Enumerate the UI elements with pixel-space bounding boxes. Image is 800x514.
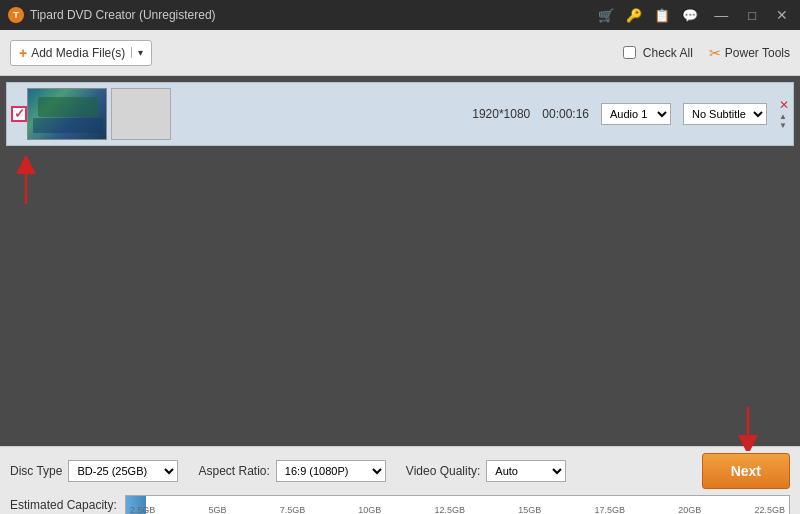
tick-1: 2.5GB bbox=[130, 505, 156, 514]
annotation-arrow-svg bbox=[14, 156, 38, 206]
add-media-label: Add Media File(s) bbox=[31, 46, 125, 60]
chat-icon[interactable]: 💬 bbox=[682, 8, 698, 23]
tick-8: 20GB bbox=[678, 505, 701, 514]
title-bar-left: T Tipard DVD Creator (Unregistered) bbox=[8, 7, 216, 23]
video-quality-field: Video Quality: Auto High Medium Low bbox=[406, 460, 567, 482]
power-tools-label: Power Tools bbox=[725, 46, 790, 60]
estimated-capacity-label: Estimated Capacity: bbox=[10, 498, 117, 512]
main-content: 1920*1080 00:00:16 Audio 1 Audio 2 No Su… bbox=[0, 76, 800, 446]
title-bar: T Tipard DVD Creator (Unregistered) 🛒 🔑 … bbox=[0, 0, 800, 30]
tick-3: 7.5GB bbox=[280, 505, 306, 514]
capacity-tick-labels: 2.5GB 5GB 7.5GB 10GB 12.5GB 15GB 17.5GB … bbox=[126, 505, 789, 514]
video-quality-select[interactable]: Auto High Medium Low bbox=[486, 460, 566, 482]
disc-type-label: Disc Type bbox=[10, 464, 62, 478]
maximize-button[interactable]: □ bbox=[744, 8, 760, 23]
bottom-row2: Estimated Capacity: 2.5GB 5GB 7.5GB 10GB… bbox=[10, 495, 790, 514]
cart-icon[interactable]: 🛒 bbox=[598, 8, 614, 23]
toolbar-left: + Add Media File(s) ▾ bbox=[10, 40, 152, 66]
tick-2: 5GB bbox=[208, 505, 226, 514]
subtitle-select[interactable]: No Subtitle Subtitle 1 bbox=[683, 103, 767, 125]
next-arrow-svg bbox=[736, 407, 760, 451]
aspect-ratio-select[interactable]: 16:9 (1080P) 4:3 16:9 (720P) bbox=[276, 460, 386, 482]
title-bar-controls[interactable]: 🛒 🔑 📋 💬 — □ ✕ bbox=[598, 7, 792, 23]
next-label: Next bbox=[731, 463, 761, 479]
next-button-area: Next bbox=[694, 453, 790, 489]
media-thumbnail bbox=[27, 88, 107, 140]
toolbar: + Add Media File(s) ▾ Check All ✂ Power … bbox=[0, 30, 800, 76]
remove-item-button[interactable]: ✕ bbox=[779, 99, 789, 111]
tick-5: 12.5GB bbox=[435, 505, 466, 514]
media-resolution: 1920*1080 bbox=[472, 107, 530, 121]
logo-text: T bbox=[13, 10, 19, 20]
check-all-label[interactable]: Check All bbox=[623, 46, 693, 60]
aspect-ratio-label: Aspect Ratio: bbox=[198, 464, 269, 478]
disc-type-field: Disc Type BD-25 (25GB) BD-50 (50GB) DVD-… bbox=[10, 460, 178, 482]
next-arrow-annotation bbox=[736, 407, 760, 454]
power-tools-button[interactable]: ✂ Power Tools bbox=[709, 45, 790, 61]
dropdown-arrow-icon[interactable]: ▾ bbox=[131, 47, 143, 58]
clipboard-icon[interactable]: 📋 bbox=[654, 8, 670, 23]
wrench-icon: ✂ bbox=[709, 45, 721, 61]
row-reorder-arrows: ▲ ▼ bbox=[779, 113, 789, 130]
app-title: Tipard DVD Creator (Unregistered) bbox=[30, 8, 216, 22]
disc-type-select[interactable]: BD-25 (25GB) BD-50 (50GB) DVD-5 (4.7GB) … bbox=[68, 460, 178, 482]
media-info: 1920*1080 00:00:16 Audio 1 Audio 2 No Su… bbox=[171, 103, 775, 125]
row-controls: ✕ ▲ ▼ bbox=[779, 99, 789, 130]
check-all-checkbox[interactable] bbox=[623, 46, 636, 59]
media-duration: 00:00:16 bbox=[542, 107, 589, 121]
move-up-icon[interactable]: ▲ bbox=[779, 113, 789, 121]
tick-9: 22.5GB bbox=[754, 505, 785, 514]
audio-select[interactable]: Audio 1 Audio 2 bbox=[601, 103, 671, 125]
tick-4: 10GB bbox=[358, 505, 381, 514]
toolbar-right: Check All ✂ Power Tools bbox=[623, 45, 790, 61]
plus-icon: + bbox=[19, 45, 27, 61]
next-button[interactable]: Next bbox=[702, 453, 790, 489]
arrow-annotation bbox=[14, 156, 38, 206]
media-row: 1920*1080 00:00:16 Audio 1 Audio 2 No Su… bbox=[6, 82, 794, 146]
tick-7: 17.5GB bbox=[594, 505, 625, 514]
capacity-bar: 2.5GB 5GB 7.5GB 10GB 12.5GB 15GB 17.5GB … bbox=[125, 495, 790, 514]
bottom-bar: Disc Type BD-25 (25GB) BD-50 (50GB) DVD-… bbox=[0, 446, 800, 514]
check-all-text: Check All bbox=[643, 46, 693, 60]
bottom-row1: Disc Type BD-25 (25GB) BD-50 (50GB) DVD-… bbox=[10, 453, 790, 489]
tick-6: 15GB bbox=[518, 505, 541, 514]
minimize-button[interactable]: — bbox=[710, 7, 732, 23]
add-media-button[interactable]: + Add Media File(s) ▾ bbox=[10, 40, 152, 66]
move-down-icon[interactable]: ▼ bbox=[779, 122, 789, 130]
app-logo: T bbox=[8, 7, 24, 23]
media-checkbox[interactable] bbox=[11, 106, 27, 122]
key-icon[interactable]: 🔑 bbox=[626, 8, 642, 23]
video-quality-label: Video Quality: bbox=[406, 464, 481, 478]
media-title-preview bbox=[111, 88, 171, 140]
close-button[interactable]: ✕ bbox=[772, 7, 792, 23]
aspect-ratio-field: Aspect Ratio: 16:9 (1080P) 4:3 16:9 (720… bbox=[198, 460, 385, 482]
